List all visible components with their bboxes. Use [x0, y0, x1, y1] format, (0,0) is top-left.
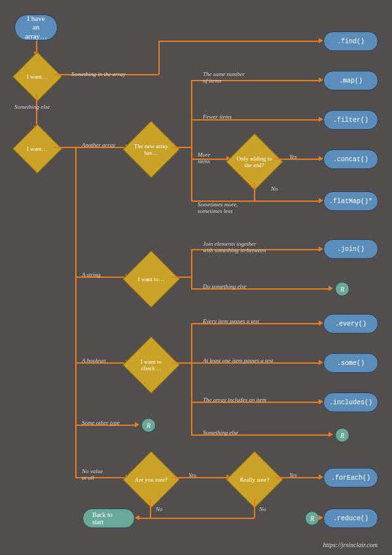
method-filter: .filter() [323, 110, 378, 130]
arrow-right-icon [319, 38, 323, 43]
connector [191, 249, 192, 290]
connector [254, 182, 255, 201]
arrow-right-icon [319, 399, 323, 404]
method-reduce: .reduce() [323, 508, 378, 528]
decision-label: I want to check… [132, 358, 171, 372]
decision-want-to: I want to… [122, 250, 180, 308]
page-title: A CIVILISED GUIDE TO JAVASCRIPT ARRAY ME… [0, 286, 1, 543]
method-some: .some() [323, 353, 378, 373]
edge-label: Yes [289, 472, 297, 478]
connector [171, 362, 192, 364]
edge-label: Yes [188, 472, 196, 478]
decision-label: Only adding to the end? [235, 155, 274, 169]
r-node: R [141, 418, 156, 432]
arrow-right-icon [319, 360, 323, 365]
method-label: .forEach() [331, 474, 370, 482]
edge-label: Join elements togetherwith something in-… [203, 240, 266, 254]
method-label: .some() [337, 360, 365, 367]
method-label: .every() [335, 320, 366, 328]
arrow-left-icon [135, 515, 139, 520]
arrow-right-icon [329, 286, 333, 291]
edge-label: Something else [14, 104, 50, 110]
arrow-right-icon [319, 474, 323, 480]
arrow-right-icon [319, 198, 323, 203]
edge-label: Moreitems [198, 151, 210, 165]
edge-label: Sometimes more,sometimes less [198, 201, 238, 215]
edge-label: No valueat all [82, 468, 103, 482]
edge-label: The same numberof items [203, 71, 245, 85]
title-line-2: JAVASCRIPT ARRAY METHODS [0, 286, 1, 543]
method-label: .reduce() [333, 515, 368, 522]
edge-label: Some other type [82, 419, 120, 426]
decision-label: Are you sure? [132, 476, 171, 483]
method-label: .map() [339, 77, 363, 85]
edge-label: The array includes an item [203, 396, 266, 403]
connector [171, 147, 192, 148]
r-label: R [340, 286, 344, 293]
method-join: .join() [323, 239, 378, 259]
connector [254, 499, 255, 518]
start-node: I have anarray… [14, 14, 58, 41]
connector [139, 518, 255, 519]
edge-label: No [259, 506, 266, 512]
method-concat: .concat() [323, 149, 378, 169]
start-label: I have anarray… [24, 14, 48, 41]
r-label: R [310, 515, 314, 522]
decision-want-2: I want… [12, 124, 62, 174]
decision-sure-1: Are you sure? [122, 451, 180, 508]
edge-label: Yes [289, 153, 297, 160]
method-includes: .includes() [323, 392, 378, 412]
connector [150, 499, 151, 518]
edge-label: Another array [82, 142, 115, 148]
connector [254, 201, 319, 202]
arrow-right-icon [319, 320, 323, 326]
connector [158, 41, 160, 75]
arrow-right-icon [319, 156, 323, 161]
decision-check: I want to check… [122, 336, 180, 394]
edge-label: At least one item passes a test [203, 357, 274, 364]
method-label: .flatMap()* [329, 198, 372, 205]
connector-spine [75, 147, 77, 477]
method-find: .find() [323, 31, 378, 51]
connector [171, 477, 227, 478]
decision-label: I want… [20, 145, 54, 152]
connector [191, 80, 192, 202]
method-flatmap: .flatMap()* [323, 191, 378, 211]
r-label: R [147, 422, 151, 429]
arrow-right-icon [319, 117, 323, 122]
method-every: .every() [323, 314, 378, 334]
method-label: .includes() [329, 399, 372, 406]
edge-label: A boolean [82, 357, 106, 364]
edge-label: Do something else [203, 283, 247, 290]
edge-label: Every item passes a test [203, 318, 259, 324]
back-label: Back to start [92, 511, 125, 526]
arrow-right-icon [329, 432, 333, 437]
connector [171, 277, 192, 278]
decision-want-1: I want… [12, 52, 62, 102]
connector [158, 41, 319, 42]
r-node: R [335, 428, 349, 442]
r-node: R [335, 282, 349, 296]
edge-label: No [156, 506, 163, 512]
r-node-source: R [305, 511, 319, 526]
connector [54, 147, 76, 148]
connector [191, 323, 192, 434]
back-to-start: Back to start [82, 508, 135, 528]
edge-label: Something in the array [71, 71, 126, 77]
method-label: .filter() [333, 117, 368, 124]
arrow-right-icon [319, 515, 323, 520]
arrow-right-icon [135, 422, 139, 427]
method-foreach: .forEach() [323, 468, 378, 488]
method-label: .concat() [333, 156, 368, 163]
method-map: .map() [323, 71, 378, 90]
decision-new-array: The new array has… [122, 121, 180, 178]
arrow-right-icon [319, 77, 323, 83]
method-label: .find() [337, 38, 365, 45]
credit-link: https://jrsinclair.com [323, 541, 378, 548]
r-label: R [340, 432, 344, 439]
edge-label: A string [82, 271, 101, 278]
connector [36, 41, 37, 52]
decision-label: The new array has… [132, 143, 171, 157]
decision-label: I want to… [132, 276, 171, 282]
method-label: .join() [337, 246, 365, 253]
